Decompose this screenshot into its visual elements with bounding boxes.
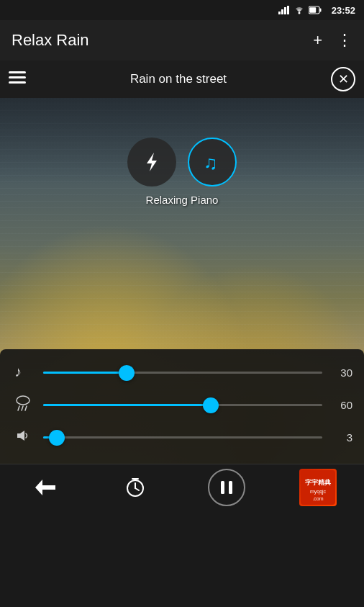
svg-marker-11 <box>147 153 157 171</box>
status-time: 23:52 <box>332 5 355 16</box>
control-buttons: ♫ <box>127 138 237 186</box>
music-slider[interactable] <box>43 366 322 380</box>
volume-slider-icon <box>12 427 35 448</box>
svg-line-16 <box>22 406 23 410</box>
bottom-nav: 字宇精典 myqqjc .com <box>0 464 364 510</box>
svg-marker-18 <box>17 431 24 441</box>
volume-slider[interactable] <box>43 431 322 445</box>
app-bar-actions: + ⋮ <box>313 31 352 50</box>
status-bar: 23:52 <box>0 0 364 20</box>
rain-slider-row: 60 <box>12 395 352 415</box>
svg-text:♪: ♪ <box>14 364 22 379</box>
timer-button[interactable] <box>117 469 153 505</box>
boost-button[interactable] <box>127 138 176 186</box>
rain-slider[interactable] <box>43 398 322 413</box>
rain-slider-value: 60 <box>331 399 352 411</box>
music-slider-value: 30 <box>331 367 352 379</box>
svg-rect-8 <box>9 71 26 73</box>
music-button[interactable]: ♫ <box>188 138 237 186</box>
svg-rect-24 <box>221 481 224 494</box>
svg-rect-10 <box>9 81 26 84</box>
rain-slider-icon <box>12 395 35 415</box>
main-content: ♫ Relaxing Piano ♪ 30 <box>0 98 364 464</box>
track-bar: Rain on the street ✕ <box>0 60 364 98</box>
add-button[interactable]: + <box>313 31 322 50</box>
svg-point-4 <box>298 12 300 14</box>
battery-icon <box>309 6 322 14</box>
svg-line-17 <box>25 406 27 410</box>
close-button[interactable]: ✕ <box>331 67 355 91</box>
svg-text:.com: .com <box>313 496 324 501</box>
svg-text:字宇精典: 字宇精典 <box>305 478 332 486</box>
svg-text:♫: ♫ <box>204 152 218 174</box>
app-title: Relax Rain <box>12 31 313 50</box>
volume-slider-value: 3 <box>331 431 352 444</box>
music-icon-blue: ♫ <box>201 150 224 174</box>
svg-rect-1 <box>281 9 283 14</box>
svg-point-14 <box>17 396 29 405</box>
volume-slider-row: 3 <box>12 427 352 448</box>
slider-panel: ♪ 30 <box>0 349 364 464</box>
lightning-icon <box>141 151 163 173</box>
svg-rect-9 <box>9 76 26 78</box>
svg-marker-19 <box>35 480 55 495</box>
svg-rect-2 <box>284 7 286 14</box>
overflow-menu-button[interactable]: ⋮ <box>337 31 352 50</box>
svg-line-22 <box>135 488 139 490</box>
svg-rect-0 <box>278 12 281 14</box>
svg-rect-3 <box>287 6 289 14</box>
music-slider-row: ♪ 30 <box>12 362 352 383</box>
svg-line-15 <box>18 406 19 410</box>
signal-icon <box>278 6 290 14</box>
watermark: 字宇精典 myqqjc .com <box>299 469 337 506</box>
svg-rect-7 <box>309 7 316 13</box>
pause-button[interactable] <box>208 469 245 506</box>
app-bar: Relax Rain + ⋮ <box>0 20 364 60</box>
back-button[interactable] <box>27 469 63 505</box>
svg-text:myqqjc: myqqjc <box>310 489 327 495</box>
track-title: Rain on the street <box>35 72 322 86</box>
status-icons: 23:52 <box>278 5 355 16</box>
svg-rect-25 <box>229 481 232 494</box>
player-controls: ♫ Relaxing Piano <box>127 138 237 206</box>
svg-rect-6 <box>319 9 321 12</box>
menu-icon[interactable] <box>9 71 26 88</box>
wifi-icon <box>294 6 304 14</box>
player-label: Relaxing Piano <box>146 194 219 206</box>
music-slider-icon: ♪ <box>12 362 35 383</box>
